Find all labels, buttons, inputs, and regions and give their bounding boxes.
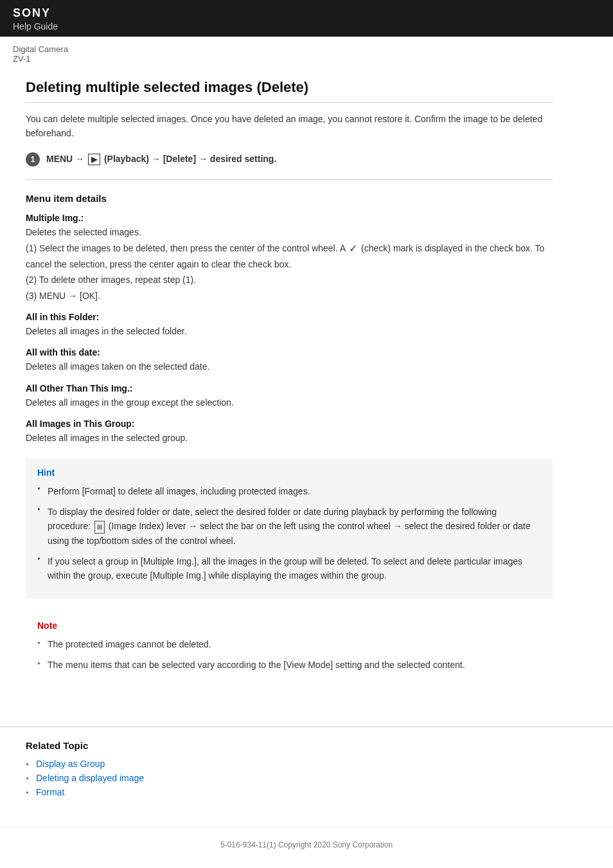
- note-box: Note The protected images cannot be dele…: [26, 611, 553, 688]
- menu-item-title-folder: All in this Folder:: [26, 312, 553, 322]
- menu-item-desc-multiple-2: (1) Select the images to be deleted, the…: [26, 240, 553, 271]
- breadcrumb: Digital Camera ZV-1: [0, 37, 613, 66]
- menu-item-desc-group: Deletes all images in the selected group…: [26, 431, 553, 445]
- header: SONY Help Guide: [0, 0, 613, 37]
- hint-item-1: Perform [Format] to delete all images, i…: [37, 484, 541, 498]
- main-content: Deleting multiple selected images (Delet…: [0, 66, 578, 720]
- step-menu-text: MENU →: [46, 154, 87, 164]
- note-item-2: The menu items that can be selected vary…: [37, 658, 541, 672]
- menu-item-desc-multiple-1: Deletes the selected images.: [26, 225, 553, 239]
- related-link-display-as-group[interactable]: Display as Group: [36, 759, 105, 769]
- intro-paragraph: You can delete multiple selected images.…: [26, 112, 553, 141]
- menu-item-title-other: All Other Than This Img.:: [26, 383, 553, 393]
- menu-item-desc-multiple-4: (3) MENU → [OK].: [26, 289, 553, 303]
- help-guide-label: Help Guide: [13, 21, 600, 32]
- hint-box: Hint Perform [Format] to delete all imag…: [26, 458, 553, 599]
- hint-list: Perform [Format] to delete all images, i…: [37, 484, 541, 583]
- step-playback-label: (Playback) → [Delete] → desired setting.: [104, 154, 276, 164]
- device-type: Digital Camera: [13, 44, 68, 54]
- menu-item-desc-folder: Deletes all images in the selected folde…: [26, 324, 553, 338]
- related-link-item-1[interactable]: Display as Group: [26, 759, 587, 769]
- menu-item-desc-date: Deletes all images taken on the selected…: [26, 359, 553, 374]
- copyright-text: 5-016-934-11(1) Copyright 2020 Sony Corp…: [220, 840, 393, 849]
- note-title: Note: [37, 620, 541, 631]
- hint-title: Hint: [37, 467, 541, 478]
- step-instruction: MENU → ▶ (Playback) → [Delete] → desired…: [46, 154, 276, 165]
- hint-item-3: If you select a group in [Multiple Img.]…: [37, 554, 541, 583]
- check-mark-icon: ✓: [349, 240, 357, 257]
- menu-item-title-date: All with this date:: [26, 347, 553, 357]
- step-number: 1: [26, 152, 40, 167]
- related-topic-title: Related Topic: [26, 740, 587, 751]
- menu-item-title-multiple: Multiple Img.:: [26, 213, 553, 223]
- related-links-list: Display as Group Deleting a displayed im…: [26, 759, 587, 797]
- section-divider: [26, 179, 553, 180]
- related-link-item-3[interactable]: Format: [26, 787, 587, 797]
- note-item-1: The protected images cannot be deleted.: [37, 637, 541, 651]
- related-link-deleting-displayed-image[interactable]: Deleting a displayed image: [36, 773, 144, 783]
- page-title: Deleting multiple selected images (Delet…: [26, 79, 553, 103]
- menu-section-title: Menu item details: [26, 193, 553, 204]
- menu-item-desc-multiple-3: (2) To delete other images, repeat step …: [26, 273, 553, 287]
- sony-logo: SONY: [13, 6, 600, 20]
- related-topic-section: Related Topic Display as Group Deleting …: [0, 727, 613, 814]
- image-index-icon: ⊞: [94, 521, 105, 534]
- step-row: 1 MENU → ▶ (Playback) → [Delete] → desir…: [26, 152, 553, 167]
- model-name: ZV-1: [13, 54, 30, 64]
- related-link-item-2[interactable]: Deleting a displayed image: [26, 773, 587, 783]
- note-list: The protected images cannot be deleted. …: [37, 637, 541, 673]
- menu-item-desc-other: Deletes all images in the group except t…: [26, 395, 553, 410]
- menu-item-title-group: All Images in This Group:: [26, 419, 553, 429]
- footer: 5-016-934-11(1) Copyright 2020 Sony Corp…: [0, 827, 613, 862]
- related-link-format[interactable]: Format: [36, 787, 64, 797]
- playback-icon: ▶: [88, 154, 100, 165]
- hint-item-2: To display the desired folder or date, s…: [37, 505, 541, 548]
